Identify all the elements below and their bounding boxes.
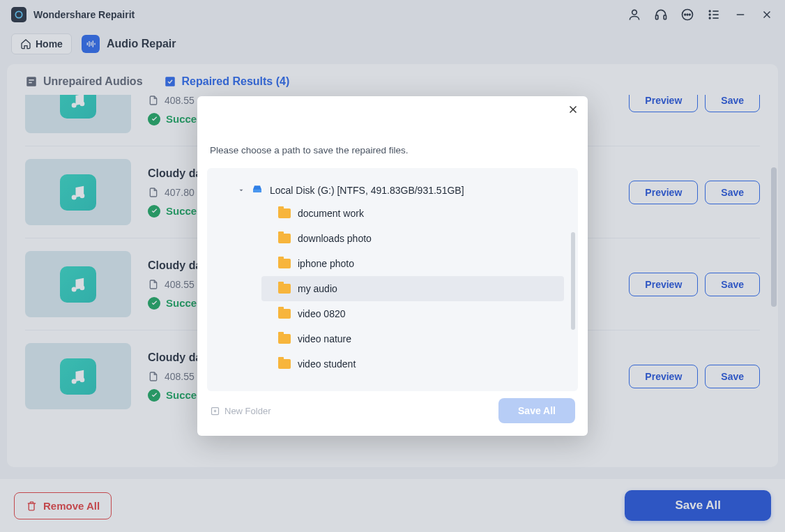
tree-disk-node[interactable]: Local Disk (G:) [NTFS, 491.83GB/931.51GB… [214, 179, 571, 201]
tree-folder-node[interactable]: downloads photo [214, 226, 571, 251]
chevron-down-icon [238, 187, 245, 194]
tree-folder-label: document work [298, 208, 364, 219]
folder-icon [278, 334, 291, 344]
tree-folder-node[interactable]: my audio [261, 276, 564, 301]
tree-folder-label: video 0820 [298, 308, 346, 319]
folder-tree-panel: Local Disk (G:) [NTFS, 491.83GB/931.51GB… [207, 168, 578, 391]
folder-icon [278, 359, 291, 369]
new-folder-button[interactable]: New Folder [210, 406, 270, 416]
dialog-footer: New Folder Save All [207, 398, 578, 423]
new-folder-label: New Folder [224, 406, 270, 416]
dialog-save-all-button[interactable]: Save All [498, 398, 575, 423]
dialog-close-icon[interactable] [567, 103, 579, 119]
save-path-dialog: Please choose a path to save the repaire… [197, 96, 588, 436]
folder-icon [278, 259, 291, 268]
folder-icon [278, 309, 291, 319]
folder-icon [278, 208, 291, 218]
folder-icon [278, 234, 291, 243]
tree-folder-node[interactable]: video student [214, 351, 571, 377]
disk-icon [250, 183, 264, 197]
tree-folder-label: video student [298, 358, 356, 370]
tree-folder-node[interactable]: video nature [214, 326, 571, 351]
tree-folder-label: my audio [298, 283, 337, 294]
folder-icon [278, 284, 291, 294]
tree-folder-label: video nature [298, 333, 351, 344]
tree-folder-label: iphone photo [298, 258, 354, 269]
dialog-prompt: Please choose a path to save the repaire… [210, 145, 575, 155]
tree-folder-node[interactable]: document work [214, 201, 571, 226]
svg-rect-36 [253, 190, 261, 192]
tree-folder-label: downloads photo [298, 233, 372, 244]
tree-folder-node[interactable]: iphone photo [214, 251, 571, 276]
tree-disk-label: Local Disk (G:) [NTFS, 491.83GB/931.51GB… [270, 185, 464, 196]
tree-scrollbar-thumb[interactable] [571, 232, 575, 330]
tree-folder-node[interactable]: video 0820 [214, 301, 571, 326]
